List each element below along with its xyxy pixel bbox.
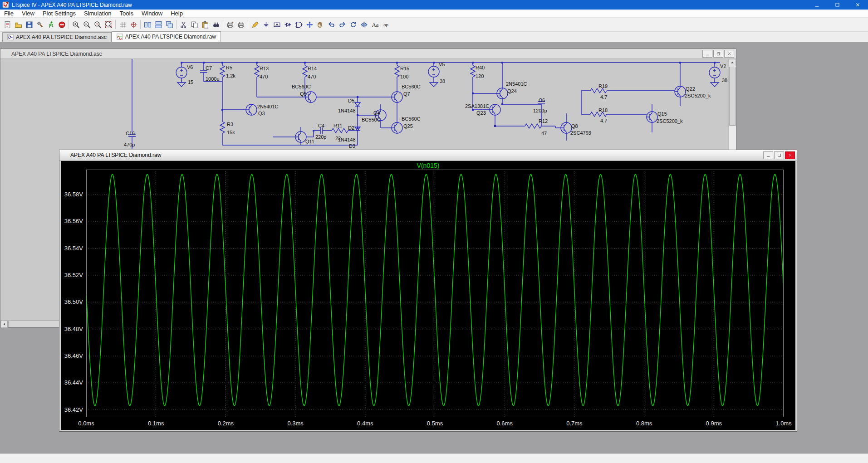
schematic-window-titlebar[interactable]: APEX A40 PA LTSPICE Diamond.asc <box>0 49 736 59</box>
ground-icon[interactable] <box>260 19 271 30</box>
x-tick-label[interactable]: 0.7ms <box>561 420 588 427</box>
x-tick-label[interactable]: 0.9ms <box>700 420 727 427</box>
component-label[interactable]: 4.7 <box>600 118 607 123</box>
copy-icon[interactable] <box>189 19 200 30</box>
app-minimize-button[interactable] <box>807 0 827 10</box>
rotate-icon[interactable] <box>348 19 358 30</box>
component-label[interactable]: 470p <box>124 142 135 147</box>
y-tick-label[interactable]: 36.48V <box>64 326 83 332</box>
component-label[interactable]: D5 <box>348 98 354 103</box>
waveform-window-titlebar[interactable]: APEX A40 PA LTSPICE Diamond.raw <box>59 150 797 161</box>
zoom-out-icon[interactable] <box>81 19 92 30</box>
x-tick-label[interactable]: 0.8ms <box>631 420 658 427</box>
x-tick-label[interactable]: 0.1ms <box>142 420 170 427</box>
component-label[interactable]: R11 <box>333 123 342 128</box>
tile-horizontal-icon[interactable] <box>153 19 164 30</box>
component-label[interactable]: R3 <box>227 122 233 127</box>
component-label[interactable]: Q8 <box>571 123 578 129</box>
component-label[interactable]: 38 <box>440 78 445 84</box>
y-tick-label[interactable]: 36.42V <box>64 406 83 413</box>
app-titlebar[interactable]: LTspice IV - APEX A40 PA LTSPICE Diamond… <box>0 0 868 10</box>
component-label[interactable]: 2SC5200_k <box>657 118 683 124</box>
text-icon[interactable]: Aa <box>369 19 380 30</box>
print-setup-icon[interactable] <box>225 19 235 30</box>
waveform-plot[interactable] <box>86 170 784 417</box>
component-label[interactable]: 2SC5200_k <box>685 93 711 98</box>
component-label[interactable]: C6 <box>539 97 545 103</box>
menu-plot-settings[interactable]: Plot Settings <box>39 10 80 18</box>
component-label[interactable]: R40 <box>476 65 485 70</box>
app-icon[interactable] <box>2 1 9 8</box>
net-label-icon[interactable] <box>271 19 282 30</box>
menu-view[interactable]: View <box>18 10 39 18</box>
vertical-scroll-thumb[interactable] <box>729 67 736 126</box>
y-tick-label[interactable]: 36.50V <box>64 298 83 305</box>
x-tick-label[interactable]: 0.3ms <box>282 420 309 427</box>
menu-simulation[interactable]: Simulation <box>80 10 116 18</box>
trace-legend[interactable]: V(n015) <box>61 162 795 169</box>
component-label[interactable]: Q5 <box>300 91 307 97</box>
component-label[interactable]: BC560C <box>292 84 311 89</box>
zoom-in-icon[interactable] <box>70 19 81 30</box>
component-label[interactable]: R13 <box>260 66 269 71</box>
y-axis-labels[interactable]: 36.58V36.56V36.54V36.52V36.50V36.48V36.4… <box>61 170 84 417</box>
component-label[interactable]: BC560C <box>402 84 421 89</box>
component-label[interactable]: 1200p <box>533 108 547 113</box>
component-label[interactable]: R19 <box>598 83 608 89</box>
component-icon[interactable] <box>293 19 304 30</box>
save-icon[interactable] <box>24 19 34 30</box>
component-label[interactable]: C7 <box>206 65 212 71</box>
open-icon[interactable] <box>13 19 24 30</box>
component-label[interactable]: 100 <box>400 74 408 79</box>
print-icon[interactable] <box>235 19 246 30</box>
component-label[interactable]: R12 <box>539 118 548 124</box>
y-tick-label[interactable]: 36.46V <box>64 352 83 359</box>
component-label[interactable]: V6 <box>187 64 193 70</box>
schematic-close-button[interactable] <box>724 50 734 58</box>
component-label[interactable]: Q11 <box>305 139 314 144</box>
component-label[interactable]: 1N4148 <box>338 137 356 142</box>
component-label[interactable]: V2 <box>720 63 726 69</box>
control-panel-icon[interactable] <box>34 19 45 30</box>
paste-icon[interactable] <box>200 19 211 30</box>
component-label[interactable]: 2N5401C <box>257 104 278 109</box>
scroll-up-icon[interactable] <box>729 59 736 66</box>
diode-icon[interactable] <box>282 19 293 30</box>
new-schematic-icon[interactable] <box>2 19 13 30</box>
zoom-area-icon[interactable] <box>92 19 103 30</box>
app-close-button[interactable] <box>848 0 868 10</box>
component-label[interactable]: 15 <box>188 79 193 85</box>
schematic-restore-button[interactable] <box>713 50 723 58</box>
component-label[interactable]: 2SC4793 <box>570 130 591 136</box>
move-icon[interactable] <box>304 19 315 30</box>
component-label[interactable]: 120 <box>476 73 484 79</box>
cut-icon[interactable] <box>178 19 189 30</box>
component-label[interactable]: 220p <box>315 134 326 140</box>
tile-vertical-icon[interactable] <box>142 19 153 30</box>
waveform-minimize-button[interactable] <box>763 151 773 159</box>
y-tick-label[interactable]: 36.58V <box>64 191 83 198</box>
component-label[interactable]: 2SA1381C <box>465 103 489 109</box>
x-tick-label[interactable]: 0.2ms <box>212 420 239 427</box>
schematic-minimize-button[interactable] <box>702 50 712 58</box>
component-label[interactable]: Q4 <box>373 110 380 116</box>
component-label[interactable]: BC550C <box>362 117 381 122</box>
tab-asc-file[interactable]: APEX A40 PA LTSPICE Diamond.asc <box>2 32 112 42</box>
scroll-left-icon[interactable] <box>0 321 8 328</box>
halt-icon[interactable] <box>56 19 67 30</box>
component-label[interactable]: 470 <box>260 74 268 79</box>
x-tick-label[interactable]: 1.0ms <box>770 420 797 427</box>
y-tick-label[interactable]: 36.52V <box>64 272 83 278</box>
cascade-icon[interactable] <box>164 19 175 30</box>
menu-window[interactable]: Window <box>137 10 167 18</box>
x-tick-label[interactable]: 0.5ms <box>422 420 449 427</box>
waveform-close-button[interactable] <box>785 151 795 159</box>
component-label[interactable]: C4 <box>318 123 324 128</box>
x-axis-labels[interactable]: 0.0ms0.1ms0.2ms0.3ms0.4ms0.5ms0.6ms0.7ms… <box>86 420 784 427</box>
component-label[interactable]: R5 <box>226 65 232 70</box>
y-tick-label[interactable]: 36.54V <box>64 245 83 252</box>
component-label[interactable]: 1.2k <box>226 73 235 78</box>
x-tick-label[interactable]: 0.6ms <box>491 420 518 427</box>
component-label[interactable]: Q23 <box>476 110 486 116</box>
component-label[interactable]: 1000u <box>206 76 220 82</box>
